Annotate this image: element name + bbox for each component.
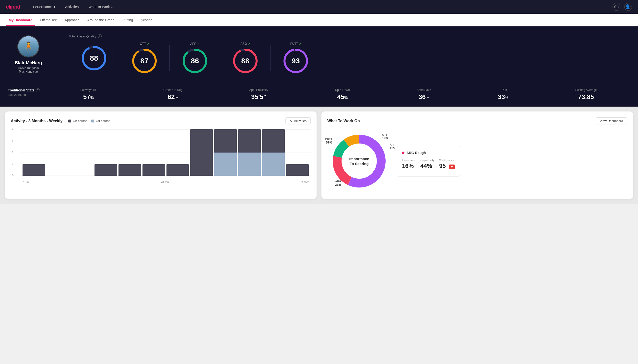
hero-section: 🧍 Blair McHarg United Kingdom Plus Handi… bbox=[0, 26, 638, 106]
bar-group bbox=[190, 129, 213, 176]
add-button[interactable]: ⊕ ▾ bbox=[612, 3, 620, 11]
wtw-title: What To Work On bbox=[327, 119, 360, 123]
bar-group bbox=[47, 129, 69, 176]
quality-title: Total Player Quality ? bbox=[69, 34, 630, 38]
all-activities-button[interactable]: All Activities bbox=[285, 117, 311, 124]
stat-app-proximity: App. Proximity 35'5" bbox=[249, 88, 268, 101]
gauge-app-value: 86 bbox=[191, 57, 199, 65]
donut-chart-wrapper: Importance To Scoring PUTT 57% ARG 21% A… bbox=[327, 129, 391, 193]
gauge-overall-value: 88 bbox=[90, 54, 98, 62]
info-stat-opportunity: Opportunity 44% bbox=[420, 159, 434, 170]
bar-group bbox=[23, 129, 45, 176]
nav-what-to-work-on[interactable]: What To Work On bbox=[87, 3, 116, 11]
shot-quality-badge: ▼ bbox=[449, 164, 455, 169]
nav-right: ⊕ ▾ 👤 ▾ bbox=[612, 3, 632, 11]
bar-group bbox=[71, 129, 93, 176]
tab-scoring[interactable]: Scoring bbox=[138, 14, 155, 26]
info-card-title: ARG Rough bbox=[402, 151, 455, 155]
info-card: ARG Rough Importance 16% Opportunity 44%… bbox=[397, 146, 460, 176]
quality-section: Total Player Quality ? 88 bbox=[61, 34, 630, 74]
bar-group bbox=[238, 129, 261, 176]
player-handicap: Plus Handicap bbox=[19, 70, 38, 73]
tab-off-the-tee[interactable]: Off the Tee bbox=[37, 14, 60, 26]
gauges-row: 88 OTT ↗ 87 bbox=[69, 42, 630, 74]
bars-container bbox=[21, 129, 311, 176]
bar-group bbox=[142, 129, 165, 176]
stats-grid: Fairways Hit 57% Greens In Reg 62% App. … bbox=[47, 88, 630, 101]
gauge-putt-label: PUTT ↗ bbox=[290, 42, 301, 46]
donut-center-text: Importance To Scoring bbox=[349, 156, 369, 166]
donut-label-ott: OTT 10% bbox=[382, 133, 388, 140]
top-nav: clippd Performance ▾ Activities What To … bbox=[0, 0, 638, 14]
activity-legend: On course Off course bbox=[68, 119, 110, 123]
activity-chart-title: Activity - 3 Months - Weekly bbox=[11, 119, 62, 123]
sub-nav: My Dashboard Off the Tee Approach Around… bbox=[0, 14, 638, 26]
bar-group bbox=[95, 129, 117, 176]
bar-chart: 4 3 2 1 0 bbox=[11, 129, 311, 183]
gauge-app-label: APP ↗ bbox=[190, 42, 199, 46]
nav-activities[interactable]: Activities bbox=[64, 3, 80, 11]
gauge-arg-circle: 88 bbox=[232, 48, 259, 74]
player-stats-row: 🧍 Blair McHarg United Kingdom Plus Handi… bbox=[8, 34, 630, 74]
trad-stats-info-icon[interactable]: ? bbox=[36, 88, 40, 92]
info-stat-shot-quality: Shot Quality 95 ▼ bbox=[439, 159, 455, 170]
tab-approach[interactable]: Approach bbox=[62, 14, 82, 26]
gauge-ott-circle: 87 bbox=[131, 48, 158, 74]
trad-stats-title: Traditional Stats ? bbox=[8, 88, 47, 92]
gauge-arg-value: 88 bbox=[241, 57, 249, 65]
trad-stats-label: Traditional Stats ? Last 20 rounds bbox=[8, 88, 47, 96]
bar-group bbox=[286, 129, 309, 176]
user-menu-button[interactable]: 👤 ▾ bbox=[624, 3, 632, 11]
trad-stats-period: Last 20 rounds bbox=[8, 93, 47, 96]
x-labels: 7 Feb 28 Mar 9 May bbox=[21, 180, 311, 183]
stat-sand-save: Sand Save 36% bbox=[417, 88, 431, 101]
gauge-ott: OTT ↗ 87 bbox=[119, 42, 170, 74]
wtw-header: What To Work On View Dashboard bbox=[327, 117, 627, 124]
gauge-putt-value: 93 bbox=[292, 57, 300, 65]
divider bbox=[59, 34, 59, 74]
player-country: United Kingdom bbox=[18, 66, 39, 70]
gauge-putt-circle: 93 bbox=[282, 48, 309, 74]
view-dashboard-button[interactable]: View Dashboard bbox=[596, 117, 627, 124]
player-name: Blair McHarg bbox=[15, 60, 42, 66]
gauge-arg: ARG ↗ 88 bbox=[220, 42, 271, 74]
nav-performance[interactable]: Performance ▾ bbox=[32, 3, 56, 11]
gauge-putt: PUTT ↗ 93 bbox=[271, 42, 321, 74]
bottom-row: Activity - 3 Months - Weekly On course O… bbox=[0, 106, 638, 204]
donut-label-app: APP 12% bbox=[390, 143, 396, 150]
tab-my-dashboard[interactable]: My Dashboard bbox=[6, 14, 35, 26]
gauge-overall-circle: 88 bbox=[81, 45, 107, 72]
gauge-app: APP ↗ 86 bbox=[170, 42, 220, 74]
wtw-content: Importance To Scoring PUTT 57% ARG 21% A… bbox=[327, 129, 627, 193]
gauge-arg-label: ARG ↗ bbox=[241, 42, 250, 46]
tab-putting[interactable]: Putting bbox=[119, 14, 136, 26]
activity-chart-header: Activity - 3 Months - Weekly On course O… bbox=[11, 117, 311, 124]
stat-up-and-down: Up & Down 45% bbox=[335, 88, 350, 101]
quality-info-icon[interactable]: ? bbox=[98, 34, 102, 38]
gauge-app-circle: 86 bbox=[181, 48, 208, 74]
activity-chart-card: Activity - 3 Months - Weekly On course O… bbox=[5, 112, 317, 199]
what-to-work-on-card: What To Work On View Dashboard bbox=[321, 112, 633, 199]
bar-group bbox=[118, 129, 141, 176]
bar-group bbox=[262, 129, 285, 176]
player-info: 🧍 Blair McHarg United Kingdom Plus Handi… bbox=[8, 36, 57, 73]
gauge-overall: 88 bbox=[69, 45, 119, 72]
gauge-ott-label: OTT ↗ bbox=[140, 42, 149, 46]
gauge-ott-value: 87 bbox=[140, 57, 148, 65]
legend-off-course: Off course bbox=[91, 119, 110, 123]
stat-fairways-hit: Fairways Hit 57% bbox=[80, 88, 96, 101]
pink-dot-icon bbox=[402, 152, 404, 154]
bar-group bbox=[166, 129, 189, 176]
legend-on-course: On course bbox=[68, 119, 87, 123]
stat-greens-in-reg: Greens In Reg 62% bbox=[163, 88, 182, 101]
bar-group bbox=[214, 129, 237, 176]
logo[interactable]: clippd bbox=[6, 4, 20, 10]
stat-scoring-average: Scoring Average 73.85 bbox=[575, 88, 597, 101]
info-stat-importance: Importance 16% bbox=[402, 159, 415, 170]
traditional-stats: Traditional Stats ? Last 20 rounds Fairw… bbox=[8, 82, 630, 101]
tab-around-the-green[interactable]: Around the Green bbox=[84, 14, 117, 26]
avatar: 🧍 bbox=[17, 36, 39, 58]
donut-label-putt: PUTT 57% bbox=[325, 138, 332, 144]
info-stats-row: Importance 16% Opportunity 44% Shot Qual… bbox=[402, 159, 455, 170]
stat-1-putt: 1 Putt 33% bbox=[498, 88, 509, 101]
